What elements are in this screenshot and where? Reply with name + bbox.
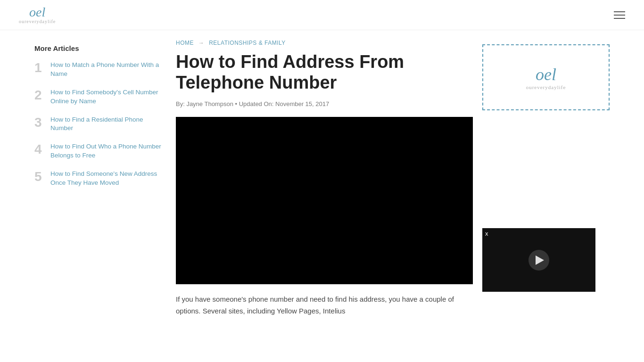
breadcrumb-home[interactable]: HOME xyxy=(176,40,194,46)
article-num: 4 xyxy=(34,142,46,157)
byline-author: By: Jayne Thompson xyxy=(176,100,233,107)
article-body: If you have someone's phone number and n… xyxy=(176,294,473,317)
video-widget-player[interactable] xyxy=(482,228,595,292)
article-num: 5 xyxy=(34,170,46,184)
article-link-1[interactable]: How to Match a Phone Number With a Name xyxy=(50,61,162,79)
site-header: oel oureverydaylife xyxy=(0,0,644,30)
floating-video-widget: x xyxy=(482,228,595,292)
article-link-3[interactable]: How to Find a Residential Phone Number xyxy=(50,115,162,133)
article-body-text: If you have someone's phone number and n… xyxy=(176,294,473,317)
site-logo[interactable]: oel oureverydaylife xyxy=(19,6,56,24)
hamburger-line-1 xyxy=(614,11,625,12)
right-sidebar: oel oureverydaylife x xyxy=(473,40,610,317)
list-item: 5 How to Find Someone's New Address Once… xyxy=(34,170,162,188)
breadcrumb-separator: → xyxy=(198,40,205,46)
logo-subtext: oureverydaylife xyxy=(19,19,56,24)
list-item: 3 How to Find a Residential Phone Number xyxy=(34,115,162,133)
more-articles-heading: More Articles xyxy=(34,44,162,52)
article-link-5[interactable]: How to Find Someone's New Address Once T… xyxy=(50,170,162,188)
ad-logo-subtext: oureverydaylife xyxy=(526,84,566,90)
byline-date: November 15, 2017 xyxy=(275,100,329,107)
main-content: HOME → RELATIONSHIPS & FAMILY How to Fin… xyxy=(176,40,473,317)
article-num: 1 xyxy=(34,61,46,75)
hamburger-line-2 xyxy=(614,15,625,16)
play-button[interactable] xyxy=(528,250,549,271)
byline-separator: • xyxy=(235,100,239,107)
article-byline: By: Jayne Thompson • Updated On: Novembe… xyxy=(176,100,473,107)
video-widget-close-button[interactable]: x xyxy=(485,230,488,237)
menu-button[interactable] xyxy=(614,11,625,19)
list-item: 4 How to Find Out Who a Phone Number Bel… xyxy=(34,142,162,160)
article-video[interactable] xyxy=(176,117,473,284)
breadcrumb-category[interactable]: RELATIONSHIPS & FAMILY xyxy=(209,40,286,46)
list-item: 1 How to Match a Phone Number With a Nam… xyxy=(34,61,162,79)
article-link-2[interactable]: How to Find Somebody's Cell Number Onlin… xyxy=(50,88,162,106)
oel-advertisement: oel oureverydaylife xyxy=(482,44,610,110)
left-sidebar: More Articles 1 How to Match a Phone Num… xyxy=(34,40,176,317)
article-link-4[interactable]: How to Find Out Who a Phone Number Belon… xyxy=(50,142,162,160)
ad-logo-text: oel xyxy=(536,65,556,84)
hamburger-line-3 xyxy=(614,18,625,19)
article-num: 3 xyxy=(34,115,46,130)
article-title: How to Find Address From Telephone Numbe… xyxy=(176,52,473,93)
breadcrumb: HOME → RELATIONSHIPS & FAMILY xyxy=(176,40,473,46)
logo-text: oel xyxy=(29,6,45,19)
related-articles-list: 1 How to Match a Phone Number With a Nam… xyxy=(34,61,162,188)
play-icon xyxy=(536,255,544,265)
article-num: 2 xyxy=(34,88,46,103)
list-item: 2 How to Find Somebody's Cell Number Onl… xyxy=(34,88,162,106)
byline-updated-label: Updated On: xyxy=(239,100,274,107)
